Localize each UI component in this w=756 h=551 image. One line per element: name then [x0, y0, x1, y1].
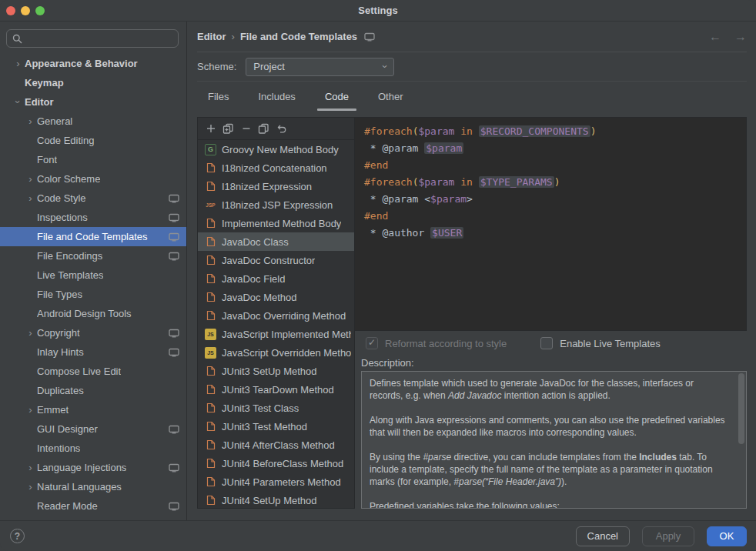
sidebar-item-font[interactable]: Font — [0, 150, 186, 169]
sidebar-item-reader-mode[interactable]: Reader Mode — [0, 496, 186, 516]
sidebar-item-code-style[interactable]: ›Code Style — [0, 189, 186, 208]
footer: ? Cancel Apply OK — [0, 520, 756, 551]
template-file-icon — [205, 273, 216, 285]
settings-sidebar: ›Appearance & BehaviorKeymap›Editor›Gene… — [0, 22, 187, 520]
template-item-junit4-beforeclass-method[interactable]: JUnit4 BeforeClass Method — [198, 454, 354, 473]
close-button[interactable] — [6, 6, 15, 15]
sidebar-item-label: Duplicates — [37, 385, 84, 396]
sidebar-item-file-types[interactable]: File Types — [0, 285, 186, 304]
sidebar-item-keymap[interactable]: Keymap — [0, 73, 186, 92]
description-scrollbar-thumb[interactable] — [738, 373, 744, 444]
forward-arrow-icon[interactable]: → — [734, 30, 747, 44]
chevron-down-icon[interactable]: › — [12, 95, 24, 109]
tab-code[interactable]: Code — [323, 91, 350, 111]
sidebar-item-natural-languages[interactable]: ›Natural Languages — [0, 477, 186, 496]
sidebar-item-label: Language Injections — [37, 462, 126, 473]
cancel-button[interactable]: Cancel — [576, 526, 630, 546]
help-button[interactable]: ? — [10, 529, 25, 543]
template-item-junit4-afterclass-method[interactable]: JUnit4 AfterClass Method — [198, 436, 354, 454]
sidebar-item-compose-live-edit[interactable]: Compose Live Edit — [0, 362, 186, 381]
search-input[interactable] — [26, 33, 172, 45]
template-item-i18nized-expression[interactable]: I18nized Expression — [198, 177, 354, 195]
sidebar-item-code-editing[interactable]: Code Editing — [0, 131, 186, 150]
sidebar-item-language-injections[interactable]: ›Language Injections — [0, 458, 186, 477]
back-arrow-icon[interactable]: ← — [709, 30, 721, 44]
template-editor[interactable]: #foreach($param in $RECORD_COMPONENTS) *… — [355, 117, 747, 331]
sidebar-item-file-and-code-templates[interactable]: File and Code Templates — [0, 227, 186, 246]
template-file-icon — [205, 458, 216, 469]
tab-includes[interactable]: Includes — [256, 91, 296, 111]
settings-content: Editor › File and Code Templates ← → Sch… — [187, 22, 756, 520]
template-item-junit4-parameters-method[interactable]: JUnit4 Parameters Method — [198, 473, 354, 491]
sidebar-item-live-templates[interactable]: Live Templates — [0, 265, 186, 285]
template-item-label: I18nized Expression — [222, 181, 312, 192]
sidebar-item-label: Code Editing — [37, 135, 94, 146]
chevron-right-icon[interactable]: › — [12, 58, 25, 69]
undo-icon[interactable] — [273, 120, 290, 137]
sidebar-item-duplicates[interactable]: Duplicates — [0, 381, 186, 400]
sidebar-item-appearance-behavior[interactable]: ›Appearance & Behavior — [0, 54, 186, 73]
sidebar-item-label: Intentions — [37, 442, 80, 454]
apply-button[interactable]: Apply — [642, 526, 694, 546]
sidebar-item-gui-designer[interactable]: GUI Designer — [0, 419, 186, 439]
tab-files[interactable]: Files — [206, 91, 230, 111]
template-item-javadoc-overriding-method[interactable]: JavaDoc Overriding Method — [198, 306, 354, 325]
ok-button[interactable]: OK — [707, 526, 747, 546]
copy-plus-icon[interactable] — [219, 120, 237, 137]
template-item-junit3-test-method[interactable]: JUnit3 Test Method — [198, 417, 354, 436]
sidebar-item-inspections[interactable]: Inspections — [0, 208, 186, 227]
chevron-right-icon[interactable]: › — [24, 173, 37, 185]
sidebar-item-color-scheme[interactable]: ›Color Scheme — [0, 169, 186, 189]
template-item-javascript-implemented-meth[interactable]: JSJavaScript Implemented Meth — [198, 325, 354, 343]
code-line: #end — [364, 208, 737, 225]
template-item-implemented-method-body[interactable]: Implemented Method Body — [198, 214, 354, 232]
template-item-junit3-setup-method[interactable]: JUnit3 SetUp Method — [198, 362, 354, 380]
template-item-javadoc-field[interactable]: JavaDoc Field — [198, 269, 354, 288]
template-item-javadoc-constructor[interactable]: JavaDoc Constructor — [198, 251, 354, 269]
chevron-right-icon[interactable]: › — [24, 462, 37, 473]
reformat-checkbox[interactable]: Reformat according to style — [366, 337, 507, 349]
screen-icon — [169, 425, 179, 434]
sidebar-item-intentions[interactable]: Intentions — [0, 439, 186, 458]
template-item-junit4-setup-method[interactable]: JUnit4 SetUp Method — [198, 491, 354, 508]
zoom-button[interactable] — [35, 6, 45, 15]
chevron-right-icon[interactable]: › — [24, 115, 37, 127]
chevron-right-icon[interactable]: › — [24, 404, 37, 416]
minus-icon[interactable] — [237, 120, 255, 137]
template-item-groovy-new-method-body[interactable]: GGroovy New Method Body — [198, 140, 354, 159]
sidebar-item-file-encodings[interactable]: File Encodings — [0, 246, 186, 265]
code-line: * @param $param — [364, 140, 737, 157]
template-item-javadoc-class[interactable]: JavaDoc Class — [198, 232, 354, 251]
copy-icon[interactable] — [255, 120, 273, 137]
breadcrumb-file-and-code-templates[interactable]: File and Code Templates — [240, 31, 357, 42]
search-field[interactable] — [6, 29, 179, 48]
template-item-label: JUnit4 BeforeClass Method — [222, 458, 343, 469]
chevron-right-icon[interactable]: › — [24, 327, 37, 339]
chevron-right-icon[interactable]: › — [24, 481, 37, 493]
sidebar-item-android-design-tools[interactable]: Android Design Tools — [0, 304, 186, 323]
enable-live-templates-checkbox[interactable]: Enable Live Templates — [540, 337, 661, 349]
template-item-javascript-overridden-metho[interactable]: JSJavaScript Overridden Metho — [198, 343, 354, 362]
template-item-i18nized-jsp-expression[interactable]: JSPI18nized JSP Expression — [198, 195, 354, 214]
plus-icon[interactable] — [202, 120, 219, 137]
sidebar-item-inlay-hints[interactable]: Inlay Hints — [0, 342, 186, 362]
tab-other[interactable]: Other — [376, 91, 405, 111]
description-paragraph: Along with Java expressions and comments… — [370, 414, 729, 439]
template-item-label: JavaDoc Field — [222, 273, 285, 285]
scheme-dropdown[interactable]: Project › — [246, 58, 394, 76]
chevron-right-icon[interactable]: › — [24, 192, 37, 204]
sidebar-item-editor[interactable]: ›Editor — [0, 92, 186, 112]
sidebar-item-label: File Encodings — [37, 250, 102, 262]
breadcrumb-editor[interactable]: Editor — [197, 31, 226, 42]
template-item-javadoc-method[interactable]: JavaDoc Method — [198, 288, 354, 306]
template-item-i18nized-concatenation[interactable]: I18nized Concatenation — [198, 159, 354, 177]
sidebar-item-emmet[interactable]: ›Emmet — [0, 400, 186, 419]
template-item-junit3-test-class[interactable]: JUnit3 Test Class — [198, 399, 354, 417]
sidebar-item-label: Font — [37, 154, 57, 165]
template-item-junit3-teardown-method[interactable]: JUnit3 TearDown Method — [198, 380, 354, 399]
sidebar-item-copyright[interactable]: ›Copyright — [0, 323, 186, 342]
checkbox-unchecked-icon — [540, 337, 553, 349]
minimize-button[interactable] — [21, 6, 30, 15]
settings-tree: ›Appearance & BehaviorKeymap›Editor›Gene… — [0, 54, 186, 520]
sidebar-item-general[interactable]: ›General — [0, 112, 186, 131]
